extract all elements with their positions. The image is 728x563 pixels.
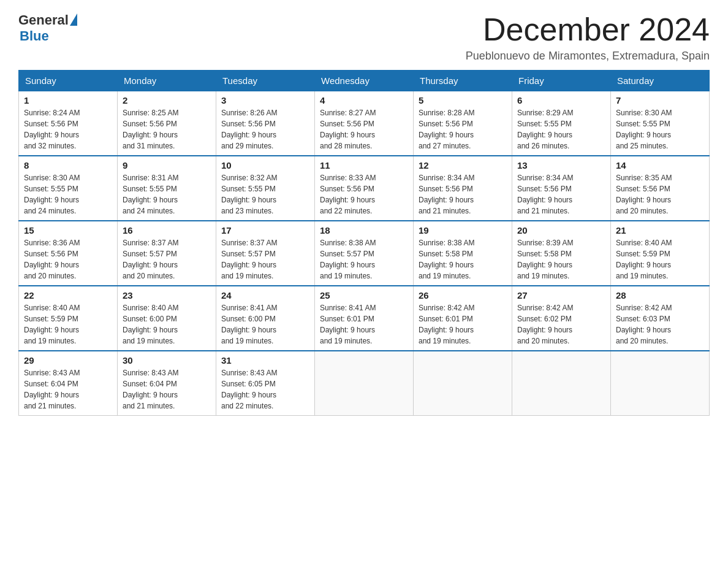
table-row: 9 Sunrise: 8:31 AM Sunset: 5:55 PM Dayli… <box>118 156 216 221</box>
day-info: Sunrise: 8:34 AM Sunset: 5:56 PM Dayligh… <box>517 172 605 216</box>
day-info: Sunrise: 8:37 AM Sunset: 5:57 PM Dayligh… <box>221 237 309 282</box>
table-row: 25 Sunrise: 8:41 AM Sunset: 6:01 PM Dayl… <box>315 286 414 351</box>
day-number: 21 <box>616 225 704 236</box>
table-row: 12 Sunrise: 8:34 AM Sunset: 5:56 PM Dayl… <box>414 156 512 221</box>
day-number: 11 <box>320 160 408 170</box>
day-number: 13 <box>517 160 605 170</box>
day-number: 22 <box>24 290 112 301</box>
day-number: 23 <box>123 290 211 301</box>
day-info: Sunrise: 8:31 AM Sunset: 5:55 PM Dayligh… <box>123 172 211 216</box>
day-info: Sunrise: 8:30 AM Sunset: 5:55 PM Dayligh… <box>24 172 112 216</box>
day-info: Sunrise: 8:41 AM Sunset: 6:01 PM Dayligh… <box>320 302 408 347</box>
table-row: 21 Sunrise: 8:40 AM Sunset: 5:59 PM Dayl… <box>611 221 710 286</box>
day-number: 18 <box>320 225 408 236</box>
day-number: 14 <box>616 160 704 170</box>
calendar-header-row: Sunday Monday Tuesday Wednesday Thursday… <box>19 71 710 91</box>
day-number: 16 <box>123 225 211 236</box>
table-row: 27 Sunrise: 8:42 AM Sunset: 6:02 PM Dayl… <box>512 286 611 351</box>
day-number: 12 <box>419 160 507 170</box>
day-number: 4 <box>320 95 408 105</box>
day-number: 6 <box>517 95 605 105</box>
header-tuesday: Tuesday <box>216 71 315 91</box>
table-row: 28 Sunrise: 8:42 AM Sunset: 6:03 PM Dayl… <box>611 286 710 351</box>
day-info: Sunrise: 8:24 AM Sunset: 5:56 PM Dayligh… <box>24 107 112 151</box>
day-number: 15 <box>24 225 112 236</box>
day-number: 9 <box>123 160 211 170</box>
table-row: 6 Sunrise: 8:29 AM Sunset: 5:55 PM Dayli… <box>512 91 611 156</box>
day-number: 8 <box>24 160 112 170</box>
day-info: Sunrise: 8:27 AM Sunset: 5:56 PM Dayligh… <box>320 107 408 151</box>
calendar-table: Sunday Monday Tuesday Wednesday Thursday… <box>18 70 710 416</box>
table-row: 13 Sunrise: 8:34 AM Sunset: 5:56 PM Dayl… <box>512 156 611 221</box>
day-number: 17 <box>221 225 309 236</box>
calendar-week-row: 8 Sunrise: 8:30 AM Sunset: 5:55 PM Dayli… <box>19 156 710 221</box>
header-saturday: Saturday <box>611 71 710 91</box>
day-info: Sunrise: 8:43 AM Sunset: 6:04 PM Dayligh… <box>123 367 211 412</box>
table-row: 10 Sunrise: 8:32 AM Sunset: 5:55 PM Dayl… <box>216 156 315 221</box>
table-row <box>414 351 512 416</box>
location-subtitle: Pueblonuevo de Miramontes, Extremadura, … <box>466 50 710 63</box>
day-info: Sunrise: 8:42 AM Sunset: 6:02 PM Dayligh… <box>517 302 605 347</box>
day-info: Sunrise: 8:40 AM Sunset: 5:59 PM Dayligh… <box>24 302 112 347</box>
day-info: Sunrise: 8:32 AM Sunset: 5:55 PM Dayligh… <box>221 172 309 216</box>
calendar-week-row: 22 Sunrise: 8:40 AM Sunset: 5:59 PM Dayl… <box>19 286 710 351</box>
day-number: 24 <box>221 290 309 301</box>
table-row: 26 Sunrise: 8:42 AM Sunset: 6:01 PM Dayl… <box>414 286 512 351</box>
table-row: 8 Sunrise: 8:30 AM Sunset: 5:55 PM Dayli… <box>19 156 118 221</box>
day-number: 7 <box>616 95 704 105</box>
table-row: 1 Sunrise: 8:24 AM Sunset: 5:56 PM Dayli… <box>19 91 118 156</box>
table-row: 20 Sunrise: 8:39 AM Sunset: 5:58 PM Dayl… <box>512 221 611 286</box>
table-row: 14 Sunrise: 8:35 AM Sunset: 5:56 PM Dayl… <box>611 156 710 221</box>
table-row: 16 Sunrise: 8:37 AM Sunset: 5:57 PM Dayl… <box>118 221 216 286</box>
table-row: 17 Sunrise: 8:37 AM Sunset: 5:57 PM Dayl… <box>216 221 315 286</box>
day-number: 2 <box>123 95 211 105</box>
logo: General Blue <box>18 12 77 44</box>
day-info: Sunrise: 8:34 AM Sunset: 5:56 PM Dayligh… <box>419 172 507 216</box>
day-info: Sunrise: 8:39 AM Sunset: 5:58 PM Dayligh… <box>517 237 605 282</box>
header-monday: Monday <box>118 71 216 91</box>
day-info: Sunrise: 8:43 AM Sunset: 6:05 PM Dayligh… <box>221 367 309 412</box>
table-row: 31 Sunrise: 8:43 AM Sunset: 6:05 PM Dayl… <box>216 351 315 416</box>
table-row: 30 Sunrise: 8:43 AM Sunset: 6:04 PM Dayl… <box>118 351 216 416</box>
table-row: 22 Sunrise: 8:40 AM Sunset: 5:59 PM Dayl… <box>19 286 118 351</box>
logo-triangle-icon <box>70 13 77 26</box>
day-number: 3 <box>221 95 309 105</box>
day-info: Sunrise: 8:29 AM Sunset: 5:55 PM Dayligh… <box>517 107 605 151</box>
table-row <box>315 351 414 416</box>
table-row: 29 Sunrise: 8:43 AM Sunset: 6:04 PM Dayl… <box>19 351 118 416</box>
table-row: 3 Sunrise: 8:26 AM Sunset: 5:56 PM Dayli… <box>216 91 315 156</box>
day-info: Sunrise: 8:38 AM Sunset: 5:57 PM Dayligh… <box>320 237 408 282</box>
day-info: Sunrise: 8:40 AM Sunset: 6:00 PM Dayligh… <box>123 302 211 347</box>
header-friday: Friday <box>512 71 611 91</box>
page-header: General Blue December 2024 Pueblonuevo d… <box>18 12 710 63</box>
day-info: Sunrise: 8:36 AM Sunset: 5:56 PM Dayligh… <box>24 237 112 282</box>
day-info: Sunrise: 8:26 AM Sunset: 5:56 PM Dayligh… <box>221 107 309 151</box>
day-info: Sunrise: 8:30 AM Sunset: 5:55 PM Dayligh… <box>616 107 704 151</box>
day-info: Sunrise: 8:40 AM Sunset: 5:59 PM Dayligh… <box>616 237 704 282</box>
calendar-week-row: 29 Sunrise: 8:43 AM Sunset: 6:04 PM Dayl… <box>19 351 710 416</box>
day-info: Sunrise: 8:28 AM Sunset: 5:56 PM Dayligh… <box>419 107 507 151</box>
day-number: 10 <box>221 160 309 170</box>
table-row: 19 Sunrise: 8:38 AM Sunset: 5:58 PM Dayl… <box>414 221 512 286</box>
month-title: December 2024 <box>466 12 710 47</box>
header-sunday: Sunday <box>19 71 118 91</box>
day-info: Sunrise: 8:35 AM Sunset: 5:56 PM Dayligh… <box>616 172 704 216</box>
day-info: Sunrise: 8:25 AM Sunset: 5:56 PM Dayligh… <box>123 107 211 151</box>
day-number: 20 <box>517 225 605 236</box>
table-row <box>512 351 611 416</box>
title-block: December 2024 Pueblonuevo de Miramontes,… <box>466 12 710 63</box>
table-row: 2 Sunrise: 8:25 AM Sunset: 5:56 PM Dayli… <box>118 91 216 156</box>
calendar-week-row: 1 Sunrise: 8:24 AM Sunset: 5:56 PM Dayli… <box>19 91 710 156</box>
table-row: 23 Sunrise: 8:40 AM Sunset: 6:00 PM Dayl… <box>118 286 216 351</box>
day-info: Sunrise: 8:38 AM Sunset: 5:58 PM Dayligh… <box>419 237 507 282</box>
logo-general-text: General <box>18 12 69 28</box>
day-info: Sunrise: 8:41 AM Sunset: 6:00 PM Dayligh… <box>221 302 309 347</box>
header-wednesday: Wednesday <box>315 71 414 91</box>
table-row: 18 Sunrise: 8:38 AM Sunset: 5:57 PM Dayl… <box>315 221 414 286</box>
table-row: 24 Sunrise: 8:41 AM Sunset: 6:00 PM Dayl… <box>216 286 315 351</box>
day-number: 1 <box>24 95 112 105</box>
calendar-week-row: 15 Sunrise: 8:36 AM Sunset: 5:56 PM Dayl… <box>19 221 710 286</box>
day-info: Sunrise: 8:42 AM Sunset: 6:01 PM Dayligh… <box>419 302 507 347</box>
day-info: Sunrise: 8:42 AM Sunset: 6:03 PM Dayligh… <box>616 302 704 347</box>
day-number: 27 <box>517 290 605 301</box>
